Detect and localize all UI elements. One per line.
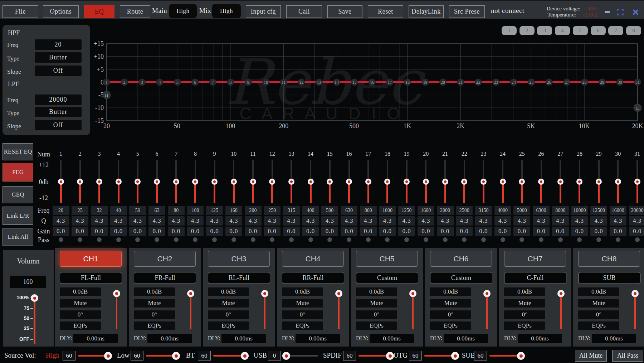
band-gain-value[interactable]: 0.0 [187, 227, 204, 236]
band-freq-value[interactable]: 10000 [571, 206, 588, 215]
band-freq-value[interactable]: 40 [110, 206, 127, 215]
delaylink-button[interactable]: DelayLink [409, 5, 444, 18]
source-slider-knob[interactable] [386, 352, 394, 360]
channel-mute-button[interactable]: Mute [430, 299, 471, 308]
band-gain-value[interactable]: 0.0 [72, 227, 88, 236]
channel-delay-field[interactable]: 0.00ms [592, 334, 636, 343]
band-q-value[interactable]: 4.3 [91, 216, 108, 226]
band-freq-value[interactable]: 2000 [437, 206, 454, 215]
band-pass-dot[interactable] [212, 237, 217, 242]
band-pass-dot[interactable] [635, 237, 640, 242]
main-high-button[interactable]: High [169, 4, 197, 18]
channel-delay-field[interactable]: 0.00ms [444, 334, 488, 343]
band-slider-knob[interactable] [365, 179, 371, 185]
band-gain-value[interactable]: 0.0 [533, 227, 550, 236]
band-freq-value[interactable]: 50 [129, 206, 146, 215]
band-gain-value[interactable]: 0.0 [571, 227, 588, 236]
channel-slider-knob[interactable] [483, 290, 491, 297]
band-pass-dot[interactable] [59, 237, 63, 242]
channel-gain-button[interactable]: 0.0dB [282, 287, 323, 296]
channel-preset-field[interactable]: RR-Full [282, 272, 344, 284]
band-freq-value[interactable]: 20 [53, 206, 69, 215]
channel-delay-field[interactable]: 0.00ms [296, 334, 340, 343]
band-slider-knob[interactable] [615, 179, 621, 185]
channel-slider-knob[interactable] [335, 290, 342, 297]
hpf-freq-field[interactable]: 20 [35, 39, 82, 50]
ch7-button[interactable]: CH7 [504, 251, 566, 267]
band-gain-value[interactable]: 0.0 [418, 227, 434, 236]
band-freq-value[interactable]: 630 [341, 206, 357, 215]
band-pass-dot[interactable] [251, 237, 255, 242]
options-button[interactable]: Options [43, 5, 79, 18]
band-q-value[interactable]: 4.3 [590, 216, 607, 226]
band-pass-dot[interactable] [558, 237, 563, 242]
band-freq-value[interactable]: 25 [72, 206, 88, 215]
band-slider-knob[interactable] [423, 179, 429, 185]
channel-eqps-button[interactable]: EQPs [134, 321, 175, 330]
src-preset-button[interactable]: Src Prese [449, 5, 485, 18]
channel-gain-button[interactable]: 0.0dB [356, 287, 397, 296]
band-slider-knob[interactable] [58, 179, 64, 185]
source-slider-knob[interactable] [172, 352, 180, 360]
channel-slider-knob[interactable] [409, 290, 416, 297]
band-q-value[interactable]: 4.3 [110, 216, 127, 226]
mix-high-button[interactable]: High [212, 4, 241, 18]
channel-preset-field[interactable]: FL-Full [60, 272, 122, 284]
channel-slider-knob[interactable] [113, 290, 120, 297]
band-freq-value[interactable]: 3150 [475, 206, 492, 215]
band-pass-dot[interactable] [155, 237, 159, 242]
band-gain-value[interactable]: 0.0 [398, 227, 415, 236]
band-freq-value[interactable]: 400 [302, 206, 319, 215]
source-value-field[interactable]: 60 [409, 351, 422, 360]
close-icon[interactable] [632, 9, 639, 16]
channel-gain-button[interactable]: 0.0dB [430, 287, 471, 296]
band-q-value[interactable]: 4.3 [206, 216, 223, 226]
band-pass-dot[interactable] [501, 237, 505, 242]
band-q-value[interactable]: 4.3 [513, 216, 530, 226]
band-q-value[interactable]: 4.3 [571, 216, 588, 226]
preset-button-8[interactable]: 8 [626, 26, 641, 35]
channel-slider-knob[interactable] [631, 290, 639, 297]
band-slider-knob[interactable] [596, 179, 602, 185]
channel-delay-field[interactable]: 0.00ms [221, 334, 266, 343]
band-q-value[interactable]: 4.3 [225, 216, 242, 226]
source-value-field[interactable]: 60 [131, 351, 143, 360]
maximize-icon[interactable] [617, 9, 624, 15]
band-gain-value[interactable]: 0.0 [206, 227, 223, 236]
band-freq-value[interactable]: 1600 [418, 206, 434, 215]
band-freq-value[interactable]: 5000 [513, 206, 530, 215]
channel-slider-knob[interactable] [187, 290, 194, 297]
band-q-value[interactable]: 4.3 [552, 216, 569, 226]
band-q-value[interactable]: 4.3 [418, 216, 434, 226]
hpf-slope-field[interactable]: Off [35, 66, 82, 76]
band-pass-dot[interactable] [347, 237, 351, 242]
lpf-slope-field[interactable]: Off [35, 120, 82, 130]
band-gain-value[interactable]: 0.0 [437, 227, 454, 236]
channel-mute-button[interactable]: Mute [356, 299, 397, 308]
channel-mute-button[interactable]: Mute [134, 299, 175, 308]
call-button[interactable]: Call [286, 5, 322, 18]
preset-button-6[interactable]: 6 [591, 26, 606, 35]
source-slider-knob[interactable] [517, 352, 525, 360]
band-slider-knob[interactable] [269, 179, 275, 185]
source-value-field[interactable]: 60 [474, 351, 487, 360]
band-pass-dot[interactable] [616, 237, 620, 242]
ch6-button[interactable]: CH6 [430, 251, 492, 267]
band-freq-value[interactable]: 6300 [533, 206, 550, 215]
band-q-value[interactable]: 4.3 [302, 216, 319, 226]
channel-mute-button[interactable]: Mute [282, 299, 323, 308]
band-q-value[interactable]: 4.3 [53, 216, 69, 226]
band-slider-knob[interactable] [634, 179, 640, 185]
channel-preset-field[interactable]: FR-Full [134, 272, 196, 284]
band-q-value[interactable]: 4.3 [360, 216, 377, 226]
eq-link-l-r-button[interactable]: Link L/R [3, 207, 33, 225]
channel-gain-button[interactable]: 0.0dB [134, 287, 175, 296]
eq-button[interactable]: EQ [84, 5, 114, 18]
channel-phase-button[interactable]: 0° [430, 310, 471, 319]
band-pass-dot[interactable] [424, 237, 428, 242]
band-gain-value[interactable]: 0.0 [456, 227, 473, 236]
source-slider-knob[interactable] [104, 352, 112, 360]
band-slider-knob[interactable] [538, 179, 544, 185]
channel-eqps-button[interactable]: EQPs [430, 321, 471, 330]
band-gain-value[interactable]: 0.0 [494, 227, 511, 236]
